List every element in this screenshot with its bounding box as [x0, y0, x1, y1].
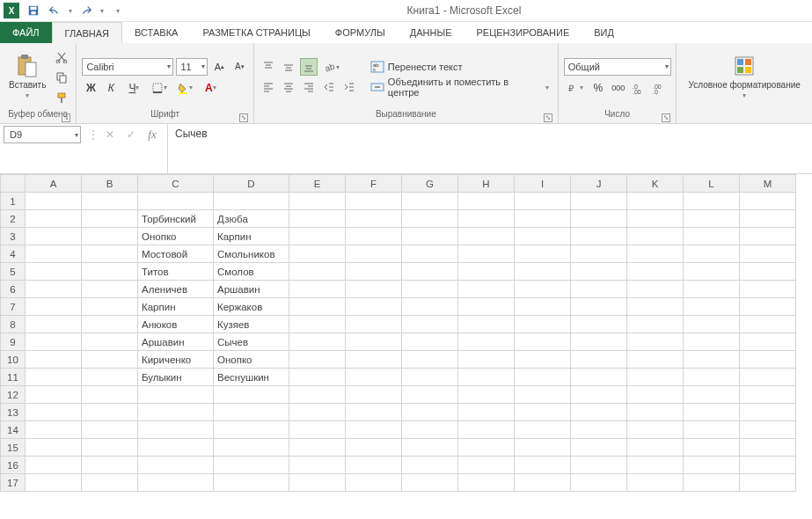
cell[interactable] [138, 457, 214, 474]
cell[interactable] [515, 474, 571, 492]
column-header[interactable]: D [214, 175, 289, 193]
cell[interactable] [402, 333, 458, 351]
cell[interactable] [402, 421, 458, 439]
cell[interactable] [458, 474, 515, 492]
cell[interactable] [627, 193, 684, 210]
cell[interactable] [740, 210, 796, 228]
redo-dropdown[interactable]: ▾ [100, 7, 104, 15]
row-header[interactable]: 9 [1, 333, 26, 351]
cell[interactable] [627, 386, 684, 404]
cell[interactable] [740, 351, 796, 369]
cell[interactable] [82, 333, 138, 351]
cell[interactable] [289, 316, 346, 333]
cell[interactable] [26, 193, 82, 210]
cell[interactable] [26, 210, 82, 228]
cell[interactable] [684, 457, 740, 474]
cell[interactable] [627, 263, 684, 281]
cell[interactable] [458, 421, 515, 439]
cell[interactable] [740, 439, 796, 457]
column-header[interactable]: H [458, 175, 515, 193]
cell[interactable] [627, 245, 684, 263]
cell[interactable] [402, 404, 458, 421]
cell[interactable] [26, 386, 82, 404]
cell[interactable] [571, 386, 627, 404]
cell[interactable] [684, 333, 740, 351]
cell[interactable]: Булыкин [138, 369, 214, 386]
cell[interactable] [627, 281, 684, 298]
cell[interactable] [346, 193, 402, 210]
cell[interactable] [26, 316, 82, 333]
cell[interactable] [740, 298, 796, 316]
decrease-decimal-button[interactable]: .00.0 [650, 79, 668, 97]
cell[interactable] [26, 228, 82, 245]
cell[interactable] [82, 263, 138, 281]
row-header[interactable]: 5 [1, 263, 26, 281]
cell[interactable] [627, 298, 684, 316]
cell[interactable] [214, 457, 289, 474]
cell[interactable] [82, 421, 138, 439]
column-header[interactable]: A [26, 175, 82, 193]
cell[interactable]: Карпин [214, 228, 289, 245]
copy-button[interactable] [53, 69, 70, 86]
comma-button[interactable]: 000 [610, 79, 627, 97]
cell[interactable] [26, 457, 82, 474]
cell[interactable] [740, 457, 796, 474]
cell[interactable] [289, 351, 346, 369]
cell[interactable] [571, 404, 627, 421]
cell[interactable] [346, 263, 402, 281]
cell[interactable] [138, 193, 214, 210]
column-header[interactable]: G [402, 175, 458, 193]
cell[interactable] [458, 351, 515, 369]
cell[interactable]: Торбинский [138, 210, 214, 228]
cell[interactable] [571, 245, 627, 263]
cell[interactable] [515, 298, 571, 316]
cell[interactable]: Мостовой [138, 245, 214, 263]
cell[interactable] [26, 351, 82, 369]
column-header[interactable]: C [138, 175, 214, 193]
percent-button[interactable]: % [589, 79, 607, 97]
cell[interactable] [571, 351, 627, 369]
cell[interactable] [346, 474, 402, 492]
cell[interactable]: Дзюба [214, 210, 289, 228]
cell[interactable]: Смолов [214, 263, 289, 281]
cell[interactable] [740, 245, 796, 263]
cell[interactable] [684, 316, 740, 333]
cell[interactable] [82, 228, 138, 245]
cell[interactable] [214, 421, 289, 439]
cell[interactable]: Кержаков [214, 298, 289, 316]
row-header[interactable]: 10 [1, 351, 26, 369]
wrap-text-button[interactable]: abc Перенести текст [367, 58, 552, 76]
cell[interactable] [82, 193, 138, 210]
tab-home[interactable]: ГЛАВНАЯ [52, 22, 122, 43]
accounting-button[interactable]: ₽▾ [564, 79, 587, 97]
cell[interactable] [458, 193, 515, 210]
cell[interactable] [627, 351, 684, 369]
column-header[interactable]: M [740, 175, 796, 193]
cell[interactable] [138, 421, 214, 439]
cell[interactable] [684, 228, 740, 245]
cell[interactable] [515, 193, 571, 210]
cell[interactable] [346, 281, 402, 298]
cell[interactable] [402, 386, 458, 404]
cell[interactable] [627, 404, 684, 421]
cell[interactable] [26, 404, 82, 421]
cell[interactable] [82, 439, 138, 457]
cell[interactable] [740, 404, 796, 421]
cell[interactable] [402, 351, 458, 369]
cell[interactable] [82, 298, 138, 316]
cell[interactable] [82, 210, 138, 228]
cell[interactable] [346, 351, 402, 369]
cell[interactable] [684, 245, 740, 263]
column-header[interactable]: K [627, 175, 684, 193]
cell[interactable] [289, 333, 346, 351]
cell[interactable] [515, 439, 571, 457]
increase-decimal-button[interactable]: .0.00 [630, 79, 647, 97]
cell[interactable] [402, 439, 458, 457]
row-header[interactable]: 13 [1, 404, 26, 421]
cell[interactable] [214, 404, 289, 421]
cell[interactable] [402, 369, 458, 386]
cell[interactable] [627, 369, 684, 386]
cell[interactable] [571, 228, 627, 245]
save-button[interactable] [26, 4, 40, 18]
cell[interactable] [458, 263, 515, 281]
